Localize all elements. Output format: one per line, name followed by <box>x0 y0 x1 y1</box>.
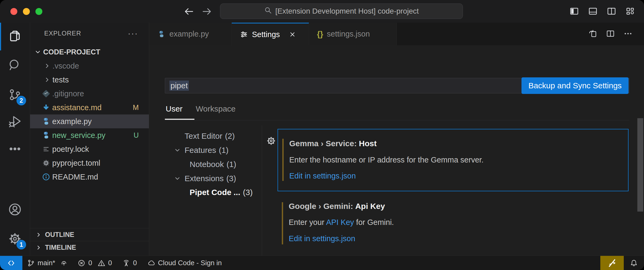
status-bar: main* 0 0 0 Cloud Code - Sign in <box>0 256 644 270</box>
active-scope-underline <box>165 119 194 120</box>
tree-item-readme-md[interactable]: README.md <box>30 170 149 184</box>
backup-sync-settings-button[interactable]: Backup and Sync Settings <box>521 77 629 94</box>
problems-item[interactable]: 0 0 <box>77 259 112 267</box>
modified-indicator <box>282 202 283 244</box>
bell-icon <box>629 259 638 268</box>
toc-item-extensions[interactable]: Extensions (3) <box>149 172 262 185</box>
tree-item-example-py[interactable]: example.py <box>30 114 149 128</box>
toc-item-pipet-code[interactable]: Pipet Code ... (3) <box>149 185 262 199</box>
manage-badge: 1 <box>17 240 26 249</box>
search-view-icon[interactable] <box>0 52 30 79</box>
tree-item-vscode[interactable]: .vscode <box>30 59 149 73</box>
command-center-title: [Extension Development Host] code-projec… <box>275 7 419 15</box>
settings-search-value: pipet <box>169 81 189 91</box>
edit-in-settings-json-link[interactable]: Edit in settings.json <box>289 234 355 243</box>
tree-item-poetry-lock[interactable]: poetry.lock <box>30 142 149 156</box>
setting-description: Enter the hostname or IP address for the… <box>289 156 484 164</box>
back-arrow-icon[interactable] <box>183 6 194 18</box>
ai-disabled-status[interactable] <box>600 256 624 270</box>
setting-name: Host <box>359 139 377 148</box>
notifications-item[interactable] <box>624 256 644 270</box>
sparkle-slash-icon <box>607 258 617 268</box>
explorer-more-actions-icon[interactable]: ··· <box>128 29 138 38</box>
tab-settings[interactable]: Settings <box>232 23 309 45</box>
python-file-icon <box>42 117 51 126</box>
toml-gear-file-icon <box>42 158 51 168</box>
forward-arrow-icon[interactable] <box>201 6 213 18</box>
toggle-secondary-sidebar-icon[interactable] <box>607 6 616 17</box>
ports-item[interactable]: 0 <box>122 259 137 267</box>
lock-file-icon <box>42 145 51 154</box>
minimize-window-button[interactable] <box>23 8 30 15</box>
title-bar: [Extension Development Host] code-projec… <box>0 0 644 23</box>
python-file-icon <box>42 131 51 140</box>
remote-indicator[interactable] <box>0 256 22 270</box>
settings-scope-tabs: User Workspace <box>165 97 629 120</box>
toc-item-features[interactable]: Features (1) <box>149 143 262 157</box>
json-file-icon: {} <box>317 30 323 39</box>
chevron-down-icon <box>34 49 41 55</box>
chevron-right-icon <box>44 76 51 83</box>
run-debug-view-icon[interactable] <box>0 108 30 135</box>
explorer-view-icon[interactable] <box>0 23 30 49</box>
manage-gear-icon[interactable]: 1 <box>0 225 30 252</box>
accounts-icon[interactable] <box>0 196 30 223</box>
setting-entry-google-gemini-api-key[interactable]: Google › Gemini:Api Key Enter your API K… <box>278 193 629 249</box>
warnings-icon <box>97 259 106 267</box>
git-status-badge: U <box>134 131 139 140</box>
info-file-icon <box>42 172 51 181</box>
scope-tab-user[interactable]: User <box>166 104 182 113</box>
api-key-link[interactable]: API Key <box>326 218 354 227</box>
source-control-view-icon[interactable]: 2 <box>0 81 30 108</box>
tree-item-new-service-py[interactable]: new_service.py U <box>30 128 149 142</box>
settings-sliders-icon <box>240 30 248 39</box>
more-actions-icon[interactable] <box>623 29 633 39</box>
scope-tab-workspace[interactable]: Workspace <box>196 104 236 113</box>
git-status-badge: M <box>133 104 139 112</box>
split-editor-icon[interactable] <box>606 29 615 39</box>
open-changes-icon[interactable] <box>588 29 598 39</box>
close-window-button[interactable] <box>10 8 17 15</box>
setting-entry-gemma-service-host[interactable]: Gemma › Service:Host Enter the hostname … <box>278 129 629 191</box>
tab-example-py[interactable]: example.py <box>149 23 232 45</box>
settings-scrollbar-thumb[interactable] <box>637 118 643 212</box>
cloud-code-item[interactable]: Cloud Code - Sign in <box>147 259 222 267</box>
command-center[interactable]: [Extension Development Host] code-projec… <box>220 3 463 19</box>
file-tree: CODE-PROJECT .vscode tests .gitignore as… <box>30 45 149 184</box>
window-controls <box>10 8 42 15</box>
toc-item-notebook[interactable]: Notebook (1) <box>149 157 262 171</box>
vscode-window: [Extension Development Host] code-projec… <box>0 0 644 270</box>
timeline-section-header[interactable]: TIMELINE <box>30 241 149 254</box>
editor-area: example.py Settings {} settings.json pip… <box>149 23 644 256</box>
tab-bar: example.py Settings {} settings.json <box>149 23 644 45</box>
toggle-panel-icon[interactable] <box>588 6 598 17</box>
toc-resize-sash[interactable] <box>262 125 262 256</box>
git-branch-item[interactable]: main* <box>27 259 68 267</box>
chevron-down-icon <box>174 147 181 154</box>
tree-root-code-project[interactable]: CODE-PROJECT <box>30 45 149 59</box>
markdown-file-icon <box>42 103 51 112</box>
tree-item-assistance-md[interactable]: assistance.md M <box>30 101 149 114</box>
radio-tower-icon <box>122 259 131 267</box>
customize-layout-icon[interactable] <box>625 6 635 17</box>
sync-changes-icon[interactable] <box>60 259 68 267</box>
git-branch-icon <box>27 259 35 267</box>
chevron-down-icon <box>174 175 181 182</box>
toc-item-text-editor[interactable]: Text Editor (2) <box>149 129 262 143</box>
tree-item-pyproject-toml[interactable]: pyproject.toml <box>30 156 149 170</box>
explorer-title: EXPLORER <box>44 30 81 37</box>
additional-views-icon[interactable] <box>0 136 30 162</box>
git-file-icon <box>42 89 51 98</box>
tab-settings-json[interactable]: {} settings.json <box>309 23 397 45</box>
outline-section-header[interactable]: OUTLINE <box>30 228 149 241</box>
chevron-right-icon <box>44 62 51 69</box>
setting-manage-gear-icon[interactable] <box>266 136 276 146</box>
edit-in-settings-json-link[interactable]: Edit in settings.json <box>289 172 356 180</box>
close-tab-icon[interactable] <box>289 31 296 38</box>
toggle-primary-sidebar-icon[interactable] <box>569 6 579 17</box>
settings-toc: Text Editor (2) Features (1) Notebook (1… <box>149 125 262 256</box>
tree-item-gitignore[interactable]: .gitignore <box>30 87 149 101</box>
explorer-sidebar: EXPLORER ··· CODE-PROJECT .vscode tests … <box>30 23 149 256</box>
zoom-window-button[interactable] <box>35 8 42 15</box>
tree-item-tests[interactable]: tests <box>30 73 149 87</box>
